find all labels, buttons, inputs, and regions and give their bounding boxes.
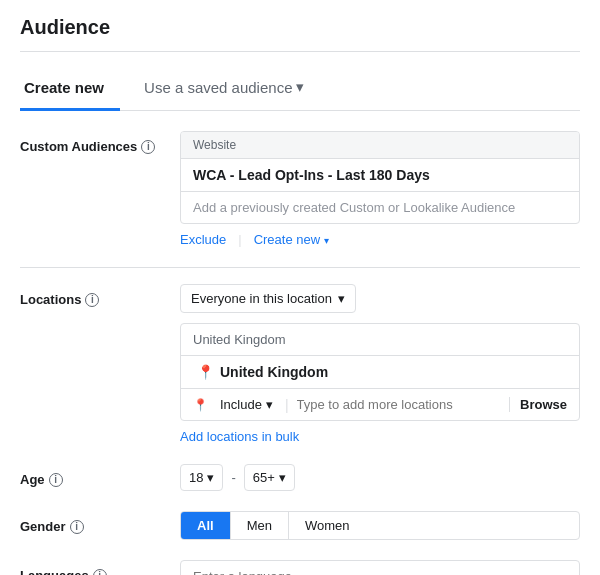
audience-actions: Exclude | Create new ▾: [180, 232, 580, 247]
input-separator: |: [285, 397, 289, 413]
include-chevron-icon: ▾: [266, 397, 273, 412]
locations-content: Everyone in this location ▾ United Kingd…: [180, 284, 580, 444]
gender-info-icon[interactable]: i: [70, 520, 84, 534]
audience-box: Website WCA - Lead Opt-Ins - Last 180 Da…: [180, 131, 580, 224]
gender-label-col: Gender i: [20, 511, 180, 534]
age-section: Age i 18 ▾ - 65+ ▾: [20, 464, 580, 491]
age-min-dropdown[interactable]: 18 ▾: [180, 464, 223, 491]
gender-content: All Men Women: [180, 511, 580, 540]
age-max-chevron-icon: ▾: [279, 470, 286, 485]
location-search-input[interactable]: [297, 397, 501, 412]
location-type-chevron-icon: ▾: [338, 291, 345, 306]
audience-box-selected: WCA - Lead Opt-Ins - Last 180 Days: [181, 159, 579, 191]
custom-audiences-section: Custom Audiences i Website WCA - Lead Op…: [20, 131, 580, 247]
languages-section: Languages i: [20, 560, 580, 575]
languages-info-icon[interactable]: i: [93, 569, 107, 576]
section-divider-1: [20, 267, 580, 268]
exclude-link[interactable]: Exclude: [180, 232, 226, 247]
locations-label-col: Locations i: [20, 284, 180, 307]
create-new-chevron-icon: ▾: [324, 235, 329, 246]
add-locations-bulk-button[interactable]: Add locations in bulk: [180, 429, 299, 444]
age-max-dropdown[interactable]: 65+ ▾: [244, 464, 295, 491]
custom-audiences-content: Website WCA - Lead Opt-Ins - Last 180 Da…: [180, 131, 580, 247]
include-dropdown[interactable]: Include ▾: [216, 395, 277, 414]
languages-label-col: Languages i: [20, 560, 180, 575]
location-box: United Kingdom 📍 United Kingdom 📍 Includ…: [180, 323, 580, 421]
age-info-icon[interactable]: i: [49, 473, 63, 487]
custom-audiences-info-icon[interactable]: i: [141, 140, 155, 154]
age-separator: -: [231, 470, 235, 485]
browse-link[interactable]: Browse: [509, 397, 567, 412]
location-country-header: United Kingdom: [181, 324, 579, 356]
create-new-link[interactable]: Create new ▾: [254, 232, 329, 247]
locations-info-icon[interactable]: i: [85, 293, 99, 307]
age-label-col: Age i: [20, 464, 180, 487]
location-country-item: 📍 United Kingdom: [181, 356, 579, 388]
custom-audiences-label-col: Custom Audiences i: [20, 131, 180, 154]
age-content: 18 ▾ - 65+ ▾: [180, 464, 580, 491]
location-input-row: 📍 Include ▾ | Browse: [181, 388, 579, 420]
tab-use-saved[interactable]: Use a saved audience ▾: [128, 68, 308, 111]
gender-button-group: All Men Women: [180, 511, 580, 540]
audience-box-placeholder[interactable]: Add a previously created Custom or Looka…: [181, 191, 579, 223]
title-divider: [20, 51, 580, 52]
pin-icon: 📍: [197, 364, 214, 380]
locations-section: Locations i Everyone in this location ▾ …: [20, 284, 580, 444]
gender-men-button[interactable]: Men: [231, 512, 289, 539]
chevron-down-icon: ▾: [296, 78, 304, 96]
audience-tabs: Create new Use a saved audience ▾: [20, 68, 580, 111]
location-pin-icon: 📍: [193, 398, 208, 412]
gender-all-button[interactable]: All: [181, 512, 231, 539]
language-input[interactable]: [180, 560, 580, 575]
action-separator: |: [238, 232, 241, 247]
audience-box-header: Website: [181, 132, 579, 159]
gender-women-button[interactable]: Women: [289, 512, 366, 539]
location-type-dropdown[interactable]: Everyone in this location ▾: [180, 284, 356, 313]
tab-create-new[interactable]: Create new: [20, 69, 120, 111]
add-bulk-link: Add locations in bulk: [180, 429, 580, 444]
languages-content: [180, 560, 580, 575]
age-row: 18 ▾ - 65+ ▾: [180, 464, 580, 491]
audience-page: Audience Create new Use a saved audience…: [0, 0, 600, 575]
page-title: Audience: [20, 16, 580, 39]
gender-section: Gender i All Men Women: [20, 511, 580, 540]
age-min-chevron-icon: ▾: [207, 470, 214, 485]
